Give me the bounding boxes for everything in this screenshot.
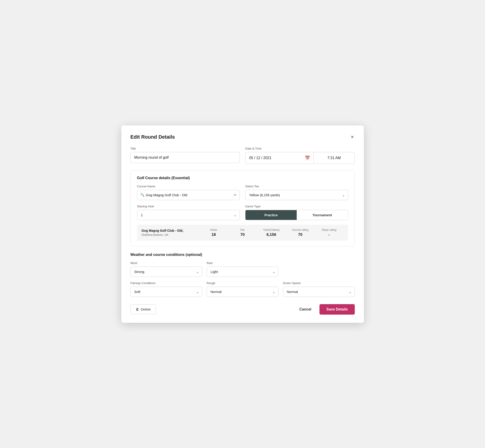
holes-stat: Holes 18 [199,228,228,237]
search-icon: 🔍 [140,193,145,197]
holes-value: 18 [199,232,228,237]
golf-course-section: Golf Course details (Essential) Course N… [130,170,355,246]
time-value: 7:31 AM [327,156,341,160]
cancel-button[interactable]: Cancel [296,305,315,314]
select-tee-wrap: Yellow (6,156 yards) ⌄ [245,190,348,200]
rain-select-wrap: Light ⌄ [207,267,278,277]
modal-header: Edit Round Details × [130,134,355,140]
par-label: Par [228,228,257,232]
close-button[interactable]: × [350,134,355,140]
course-info-name: Gog Magog Golf Club - Old, Shelford Bott… [142,229,199,237]
course-rating-stat: Course rating 70 [286,228,315,237]
yards-label: Yards(Yellow) [257,228,286,232]
game-type-group: Practice Tournament [245,210,348,220]
course-rating-label: Course rating [286,228,315,232]
green-speed-label: Green Speed [283,281,355,285]
fairway-label: Fairway Conditions [130,281,202,285]
datetime-row: 05 / 12 / 2021 📅 7:31 AM [245,152,355,164]
fairway-rough-green-row: Fairway Conditions Soft ⌄ Rough Normal ⌄ [130,281,355,297]
green-speed-field: Green Speed Normal ⌄ [283,281,355,297]
wind-rain-row: Wind Strong ⌄ Rain Light ⌄ [130,261,355,277]
practice-button[interactable]: Practice [245,210,297,220]
course-location: Shelford Bottom, UK [142,233,199,237]
weather-section-title: Weather and course conditions (optional) [130,253,355,257]
green-speed-dropdown[interactable]: Normal [283,287,355,297]
wind-dropdown[interactable]: Strong [130,267,202,277]
title-field: Title [130,147,240,164]
course-name-label: Course Name [137,185,240,188]
title-label: Title [130,147,240,150]
rough-field: Rough Normal ⌄ [207,281,278,297]
date-input[interactable]: 05 / 12 / 2021 📅 [245,152,314,164]
slope-rating-value: - [315,232,344,237]
par-stat: Par 70 [228,228,257,237]
datetime-label: Date & Time [245,147,355,150]
rough-select-wrap: Normal ⌄ [207,287,278,297]
course-name-display: Gog Magog Golf Club - Old, [142,229,199,232]
tournament-button[interactable]: Tournament [297,210,348,220]
course-name-input[interactable] [137,190,240,200]
clear-icon[interactable]: ✕ [234,193,237,197]
datetime-field: Date & Time 05 / 12 / 2021 📅 7:31 AM [245,147,355,164]
yards-stat: Yards(Yellow) 6,156 [257,228,286,237]
delete-button[interactable]: 🗑 Delete [130,304,156,314]
modal-title: Edit Round Details [130,134,175,140]
starting-hole-wrap: 1 ⌄ [137,210,240,220]
game-type-label: Game Type [245,205,348,208]
rain-field: Rain Light ⌄ [207,261,278,277]
wind-field: Wind Strong ⌄ [130,261,202,277]
golf-section-title: Golf Course details (Essential) [137,176,348,180]
weather-section: Weather and course conditions (optional)… [130,253,355,297]
spacer [283,261,355,277]
starting-hole-field: Starting Hole 1 ⌄ [137,205,240,220]
footer-row: 🗑 Delete Cancel Save Details [130,304,355,315]
calendar-icon: 📅 [305,155,310,160]
trash-icon: 🗑 [136,307,139,311]
course-info-row: Gog Magog Golf Club - Old, Shelford Bott… [137,225,348,241]
select-tee-label: Select Tee [245,185,348,188]
rough-dropdown[interactable]: Normal [207,287,278,297]
fairway-select-wrap: Soft ⌄ [130,287,202,297]
wind-label: Wind [130,261,202,265]
save-button[interactable]: Save Details [319,304,355,315]
holes-label: Holes [199,228,228,232]
par-value: 70 [228,232,257,237]
fairway-dropdown[interactable]: Soft [130,287,202,297]
slope-rating-stat: Slope rating - [315,228,344,237]
course-name-input-wrap: 🔍 ✕ [137,190,240,200]
yards-value: 6,156 [257,232,286,237]
time-input[interactable]: 7:31 AM [314,152,355,164]
rough-label: Rough [207,281,278,285]
rain-dropdown[interactable]: Light [207,267,278,277]
course-rating-value: 70 [286,232,315,237]
title-input[interactable] [130,152,240,163]
edit-round-modal: Edit Round Details × Title Date & Time 0… [121,125,364,323]
course-name-tee-row: Course Name 🔍 ✕ Select Tee Yellow (6,156… [137,185,348,200]
green-speed-select-wrap: Normal ⌄ [283,287,355,297]
course-name-field: Course Name 🔍 ✕ [137,185,240,200]
game-type-field: Game Type Practice Tournament [245,205,348,220]
starting-hole-dropdown[interactable]: 1 [137,210,240,220]
date-value: 05 / 12 / 2021 [249,156,271,160]
footer-right: Cancel Save Details [296,304,355,315]
starting-hole-label: Starting Hole [137,205,240,208]
top-row: Title Date & Time 05 / 12 / 2021 📅 7:31 … [130,147,355,164]
slope-rating-label: Slope rating [315,228,344,232]
delete-label: Delete [141,307,151,311]
select-tee-dropdown[interactable]: Yellow (6,156 yards) [245,190,348,200]
wind-select-wrap: Strong ⌄ [130,267,202,277]
fairway-field: Fairway Conditions Soft ⌄ [130,281,202,297]
starting-hole-gametype-row: Starting Hole 1 ⌄ Game Type Practice Tou… [137,205,348,220]
select-tee-field: Select Tee Yellow (6,156 yards) ⌄ [245,185,348,200]
rain-label: Rain [207,261,278,265]
